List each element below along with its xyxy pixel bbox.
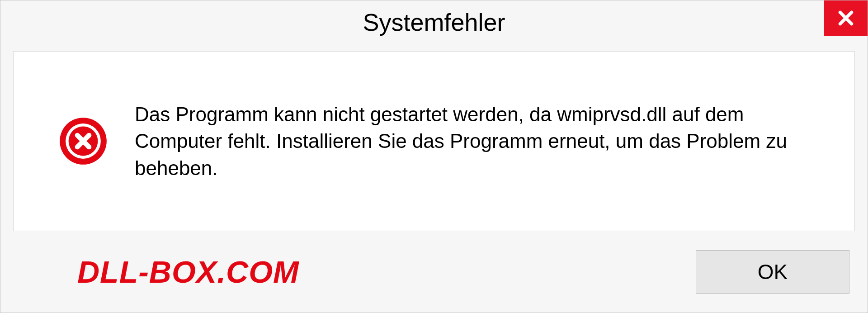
close-icon [837,9,854,27]
watermark-text: DLL-BOX.COM [77,254,299,289]
error-dialog: Systemfehler Das Programm kann nicht ges… [0,0,868,313]
close-button[interactable] [824,0,868,36]
dialog-footer: DLL-BOX.COM OK [0,231,868,313]
dialog-title: Systemfehler [363,8,505,36]
ok-button[interactable]: OK [696,250,849,294]
error-message: Das Programm kann nicht gestartet werden… [135,101,827,181]
content-panel: Das Programm kann nicht gestartet werden… [13,51,855,231]
titlebar: Systemfehler [0,0,868,44]
error-icon [59,117,108,166]
